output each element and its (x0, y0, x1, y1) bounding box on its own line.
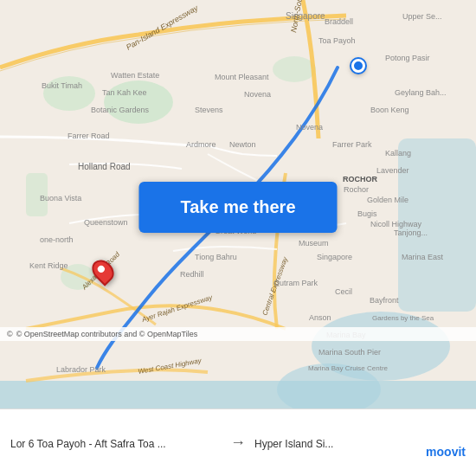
moovit-logo: moovit (426, 445, 466, 459)
cta-button-container: Take me there (138, 182, 337, 233)
app: Pan-Island Expressway North-South Alexan… (0, 0, 476, 476)
route-from-label: Lor 6 Toa Payoh - Aft Safra Toa ... (10, 438, 166, 450)
marker-dot (96, 264, 106, 273)
origin-dot (351, 59, 365, 73)
route-to-label: Hyper Island Si... (254, 438, 333, 450)
origin-marker (351, 59, 365, 73)
take-me-there-button[interactable]: Take me there (138, 182, 337, 233)
bottom-bar: Lor 6 Toa Payoh - Aft Safra Toa ... → Hy… (0, 408, 476, 476)
destination-marker (93, 259, 113, 283)
map-attribution: © © OpenStreetMap contributors and © Ope… (0, 327, 476, 341)
route-arrow: → (230, 434, 246, 452)
route-from: Lor 6 Toa Payoh - Aft Safra Toa ... (10, 435, 222, 451)
attribution-text: © OpenStreetMap contributors and © OpenM… (16, 330, 198, 338)
moovit-logo-text: moovit (426, 445, 466, 459)
map-container: Pan-Island Expressway North-South Alexan… (0, 0, 476, 408)
copyright-icon: © (7, 330, 13, 338)
